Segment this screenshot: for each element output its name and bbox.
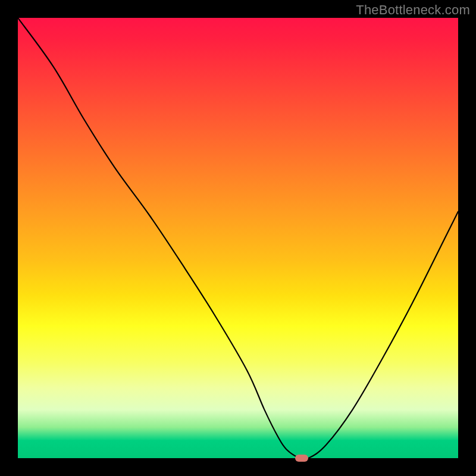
optimal-marker xyxy=(295,455,308,462)
bottleneck-curve xyxy=(18,18,458,458)
attribution-text: TheBottleneck.com xyxy=(356,2,470,18)
plot-area xyxy=(18,18,458,458)
chart-container: TheBottleneck.com xyxy=(0,0,476,476)
